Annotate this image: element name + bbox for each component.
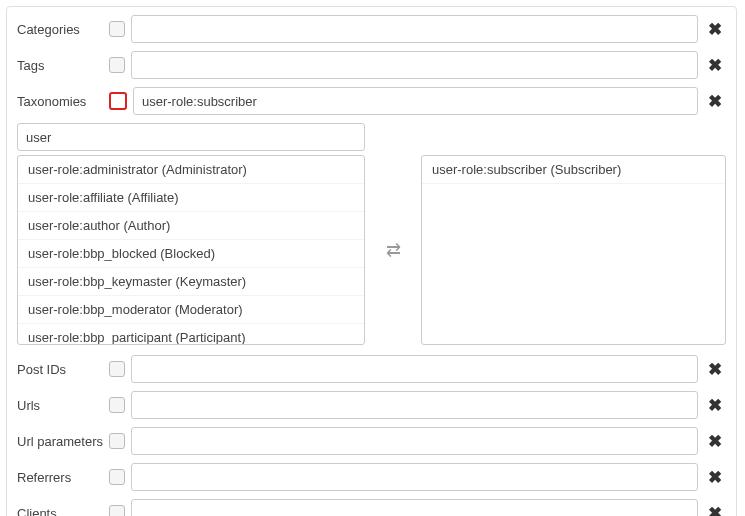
checkbox-post-ids[interactable] (109, 361, 125, 377)
input-post-ids[interactable] (131, 355, 698, 383)
list-item[interactable]: user-role:bbp_keymaster (Keymaster) (18, 268, 364, 296)
row-urls: Urls ✖ (17, 391, 726, 419)
taxonomy-selector: user-role:administrator (Administrator) … (17, 123, 726, 345)
input-urls[interactable] (131, 391, 698, 419)
list-item[interactable]: user-role:author (Author) (18, 212, 364, 240)
input-tags[interactable] (131, 51, 698, 79)
row-referrers: Referrers ✖ (17, 463, 726, 491)
checkbox-taxonomies[interactable] (109, 92, 127, 110)
list-item[interactable]: user-role:affiliate (Affiliate) (18, 184, 364, 212)
list-item[interactable]: user-role:bbp_blocked (Blocked) (18, 240, 364, 268)
label-tags: Tags (17, 58, 109, 73)
list-item[interactable]: user-role:subscriber (Subscriber) (422, 156, 725, 184)
row-categories: Categories ✖ (17, 15, 726, 43)
list-item[interactable]: user-role:bbp_moderator (Moderator) (18, 296, 364, 324)
row-tags: Tags ✖ (17, 51, 726, 79)
label-post-ids: Post IDs (17, 362, 109, 377)
conditions-panel: Categories ✖ Tags ✖ Taxonomies ✖ user-ro… (6, 6, 737, 516)
input-categories[interactable] (131, 15, 698, 43)
remove-referrers[interactable]: ✖ (704, 467, 726, 488)
checkbox-urls[interactable] (109, 397, 125, 413)
remove-url-parameters[interactable]: ✖ (704, 431, 726, 452)
remove-tags[interactable]: ✖ (704, 55, 726, 76)
input-clients[interactable] (131, 499, 698, 516)
input-referrers[interactable] (131, 463, 698, 491)
taxonomy-selected-list[interactable]: user-role:subscriber (Subscriber) (421, 155, 726, 345)
row-url-parameters: Url parameters ✖ (17, 427, 726, 455)
label-clients: Clients (17, 506, 109, 517)
checkbox-tags[interactable] (109, 57, 125, 73)
remove-categories[interactable]: ✖ (704, 19, 726, 40)
checkbox-url-parameters[interactable] (109, 433, 125, 449)
remove-post-ids[interactable]: ✖ (704, 359, 726, 380)
remove-clients[interactable]: ✖ (704, 503, 726, 517)
checkbox-categories[interactable] (109, 21, 125, 37)
input-taxonomies[interactable] (133, 87, 698, 115)
swap-icon[interactable]: ⇄ (365, 239, 421, 261)
label-url-parameters: Url parameters (17, 434, 109, 449)
list-item[interactable]: user-role:administrator (Administrator) (18, 156, 364, 184)
remove-taxonomies[interactable]: ✖ (704, 91, 726, 112)
remove-urls[interactable]: ✖ (704, 395, 726, 416)
label-urls: Urls (17, 398, 109, 413)
label-taxonomies: Taxonomies (17, 94, 109, 109)
label-referrers: Referrers (17, 470, 109, 485)
list-item[interactable]: user-role:bbp_participant (Participant) (18, 324, 364, 344)
taxonomy-search-input[interactable] (17, 123, 365, 151)
checkbox-referrers[interactable] (109, 469, 125, 485)
input-url-parameters[interactable] (131, 427, 698, 455)
row-clients: Clients ✖ (17, 499, 726, 516)
taxonomy-available-list[interactable]: user-role:administrator (Administrator) … (17, 155, 365, 345)
taxonomy-duallist: user-role:administrator (Administrator) … (17, 155, 726, 345)
label-categories: Categories (17, 22, 109, 37)
row-post-ids: Post IDs ✖ (17, 355, 726, 383)
row-taxonomies: Taxonomies ✖ (17, 87, 726, 115)
checkbox-clients[interactable] (109, 505, 125, 516)
